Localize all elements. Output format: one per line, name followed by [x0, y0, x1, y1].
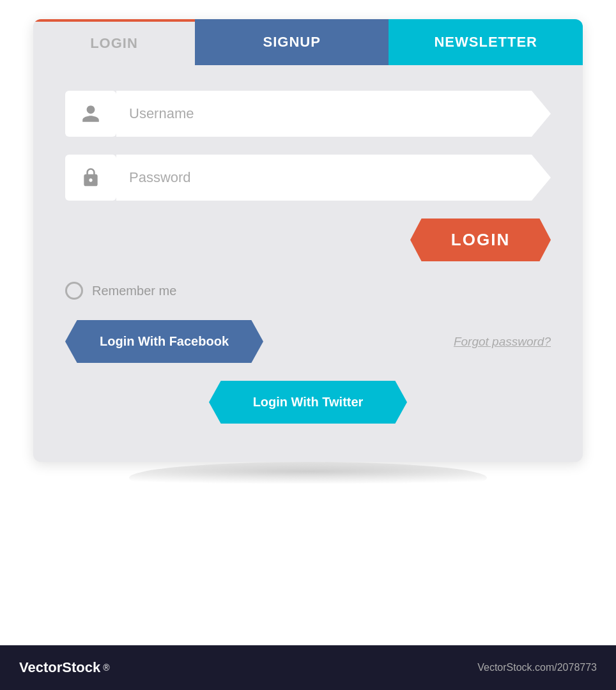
username-icon-box — [65, 91, 116, 137]
facebook-login-button[interactable]: Login With Facebook — [65, 320, 263, 363]
footer-url: VectorStock.com/2078773 — [477, 662, 597, 673]
username-input-wrapper — [116, 91, 551, 137]
card-area: LOGIN SIGNUP NEWSLETTER — [0, 0, 616, 645]
lock-icon — [81, 167, 101, 188]
remember-row: Remember me — [65, 282, 551, 300]
tab-login[interactable]: LOGIN — [33, 19, 195, 65]
password-input[interactable] — [116, 155, 551, 201]
tab-newsletter[interactable]: NEWSLETTER — [389, 19, 583, 65]
card-shadow — [129, 462, 487, 494]
form-area: LOGIN Remember me Login With Facebook Fo… — [33, 65, 583, 462]
tab-signup[interactable]: SIGNUP — [195, 19, 389, 65]
footer: VectorStock ® VectorStock.com/2078773 — [0, 645, 616, 690]
social-row: Login With Facebook Forgot password? — [65, 320, 551, 363]
tab-login-label: LOGIN — [90, 35, 138, 52]
password-icon-box — [65, 155, 116, 201]
tab-bar: LOGIN SIGNUP NEWSLETTER — [33, 19, 583, 65]
tab-signup-label: SIGNUP — [263, 34, 321, 50]
twitter-row: Login With Twitter — [65, 381, 551, 424]
page-wrapper: LOGIN SIGNUP NEWSLETTER — [0, 0, 616, 690]
user-icon — [81, 103, 101, 124]
remember-radio[interactable] — [65, 282, 83, 300]
forgot-password-link[interactable]: Forgot password? — [454, 335, 551, 349]
action-row: LOGIN — [65, 218, 551, 261]
remember-label: Remember me — [92, 284, 176, 298]
login-button[interactable]: LOGIN — [410, 218, 551, 261]
password-input-wrapper — [116, 155, 551, 201]
twitter-login-button[interactable]: Login With Twitter — [209, 381, 407, 424]
username-input[interactable] — [116, 91, 551, 137]
login-card: LOGIN SIGNUP NEWSLETTER — [33, 19, 583, 462]
password-row — [65, 155, 551, 201]
footer-logo-text: VectorStock — [19, 659, 100, 676]
username-row — [65, 91, 551, 137]
tab-newsletter-label: NEWSLETTER — [434, 34, 537, 50]
footer-reg-symbol: ® — [103, 663, 109, 673]
footer-brand: VectorStock ® — [19, 659, 110, 676]
